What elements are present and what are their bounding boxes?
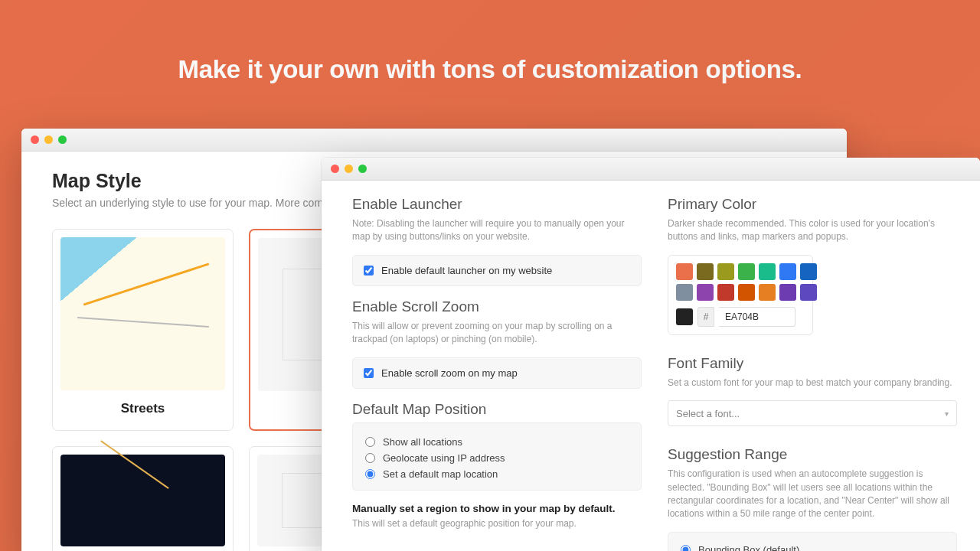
radio-input[interactable] bbox=[365, 437, 375, 447]
color-swatch[interactable] bbox=[697, 263, 714, 280]
scroll-checkbox[interactable] bbox=[364, 368, 374, 378]
radio-label: Show all locations bbox=[383, 436, 462, 448]
style-card-streets[interactable]: Streets bbox=[52, 229, 234, 431]
minimize-icon[interactable] bbox=[44, 135, 53, 144]
radio-show-all[interactable]: Show all locations bbox=[365, 434, 629, 450]
maximize-icon[interactable] bbox=[58, 135, 67, 144]
color-picker: # bbox=[668, 255, 813, 335]
color-swatch[interactable] bbox=[800, 263, 817, 280]
style-card-dark[interactable] bbox=[52, 446, 234, 551]
map-thumbnail-streets bbox=[60, 237, 225, 390]
color-swatch[interactable] bbox=[759, 263, 776, 280]
color-swatch[interactable] bbox=[676, 263, 693, 280]
hash-label: # bbox=[697, 307, 714, 327]
radio-geolocate[interactable]: Geolocate using IP address bbox=[365, 450, 629, 466]
color-swatch[interactable] bbox=[717, 263, 734, 280]
section-title-scroll: Enable Scroll Zoom bbox=[352, 298, 642, 315]
launcher-checkbox-row[interactable]: Enable default launcher on my website bbox=[364, 265, 630, 276]
checkbox-label: Enable default launcher on my website bbox=[381, 265, 552, 276]
map-thumbnail-dark bbox=[60, 455, 225, 546]
color-swatch[interactable] bbox=[738, 284, 755, 301]
section-title-primary-color: Primary Color bbox=[668, 196, 957, 213]
radio-input[interactable] bbox=[365, 453, 375, 463]
radio-input[interactable] bbox=[681, 545, 691, 551]
section-note: This configuration is used when an autoc… bbox=[668, 468, 957, 521]
color-swatch[interactable] bbox=[676, 284, 693, 301]
launcher-checkbox[interactable] bbox=[364, 266, 374, 276]
hex-input[interactable] bbox=[719, 307, 795, 327]
style-card-label: Streets bbox=[60, 401, 225, 416]
radio-default-location[interactable]: Set a default map location bbox=[365, 466, 629, 482]
current-color-icon bbox=[676, 308, 693, 325]
settings-right-column: Primary Color Darker shade recommended. … bbox=[668, 194, 957, 551]
select-placeholder: Select a font... bbox=[676, 408, 740, 419]
position-panel: Show all locations Geolocate using IP ad… bbox=[352, 422, 642, 491]
section-title-range: Suggestion Range bbox=[668, 446, 957, 463]
color-swatch[interactable] bbox=[717, 284, 734, 301]
section-note: Note: Disabling the launcher will requir… bbox=[352, 217, 642, 244]
section-note: This will allow or prevent zooming on yo… bbox=[352, 320, 642, 347]
color-swatch[interactable] bbox=[697, 284, 714, 301]
chevron-down-icon: ▾ bbox=[945, 409, 949, 418]
maximize-icon[interactable] bbox=[358, 165, 367, 173]
color-swatch[interactable] bbox=[779, 284, 796, 301]
scroll-checkbox-row[interactable]: Enable scroll zoom on my map bbox=[364, 367, 630, 379]
section-title-launcher: Enable Launcher bbox=[352, 196, 642, 213]
swatch-grid bbox=[676, 263, 805, 301]
titlebar bbox=[21, 129, 847, 152]
range-panel: Bounding Box (default) Near Center bbox=[668, 532, 957, 551]
radio-label: Geolocate using IP address bbox=[383, 452, 505, 464]
close-icon[interactable] bbox=[331, 165, 339, 173]
scroll-panel: Enable scroll zoom on my map bbox=[352, 357, 642, 389]
color-swatch[interactable] bbox=[759, 284, 776, 301]
section-title-position: Default Map Position bbox=[352, 401, 642, 418]
manual-region-note: This will set a default geographic posit… bbox=[352, 517, 642, 530]
section-note: Set a custom font for your map to best m… bbox=[668, 377, 957, 390]
window-settings: Enable Launcher Note: Disabling the laun… bbox=[322, 158, 980, 551]
radio-bounding-box[interactable]: Bounding Box (default) bbox=[681, 542, 944, 551]
hero-headline: Make it your own with tons of customizat… bbox=[0, 0, 980, 84]
manual-region-heading: Manually set a region to show in your ma… bbox=[352, 503, 642, 514]
checkbox-label: Enable scroll zoom on my map bbox=[381, 367, 518, 379]
section-note: Darker shade recommended. This color is … bbox=[668, 217, 957, 244]
radio-label: Bounding Box (default) bbox=[698, 544, 799, 551]
titlebar bbox=[322, 158, 980, 181]
color-swatch[interactable] bbox=[779, 263, 796, 280]
font-select[interactable]: Select a font... ▾ bbox=[668, 400, 957, 426]
section-title-font: Font Family bbox=[668, 355, 957, 372]
close-icon[interactable] bbox=[31, 135, 39, 144]
color-swatch[interactable] bbox=[738, 263, 755, 280]
settings-left-column: Enable Launcher Note: Disabling the laun… bbox=[352, 194, 642, 551]
radio-label: Set a default map location bbox=[383, 468, 498, 480]
launcher-panel: Enable default launcher on my website bbox=[352, 255, 642, 286]
radio-input[interactable] bbox=[365, 469, 375, 479]
minimize-icon[interactable] bbox=[345, 165, 353, 173]
color-swatch[interactable] bbox=[800, 284, 817, 301]
